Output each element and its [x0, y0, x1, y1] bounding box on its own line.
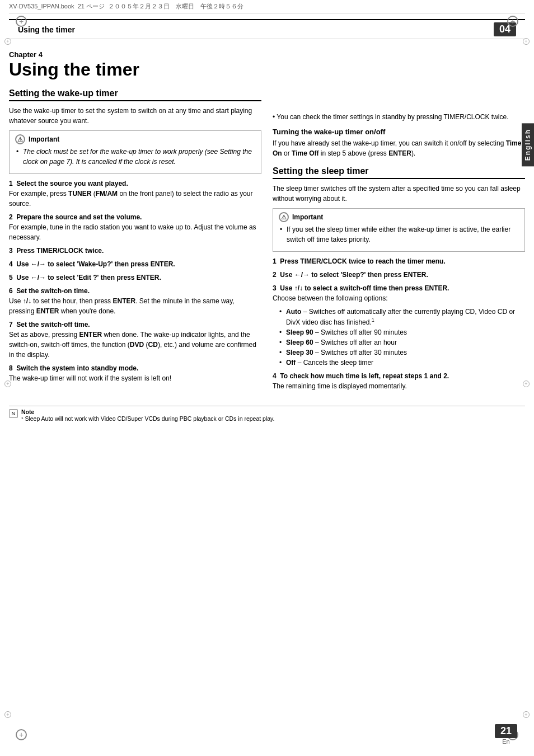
metadata-line: XV-DV535_IPPAN.book 21 ページ ２００５年２月２３日 水曜… — [9, 2, 525, 13]
left-column: Chapter 4 Using the timer Setting the wa… — [9, 45, 261, 395]
wake-up-important-title: ⚠ Important — [15, 134, 255, 144]
note-text: Note ¹ Sleep Auto will not work with Vid… — [21, 408, 274, 422]
content-area: Chapter 4 Using the timer Setting the wa… — [0, 39, 534, 400]
sleep-option-90: Sleep 90 – Switches off after 90 minutes — [278, 327, 525, 337]
wake-up-step-8: 8 Switch the system into standby mode. T… — [9, 363, 261, 383]
note-icon: N — [9, 409, 18, 418]
sleep-important-box: ⚠ Important If you set the sleep timer w… — [273, 208, 525, 252]
right-column: • You can check the timer settings in st… — [273, 45, 525, 395]
sleep-option-30: Sleep 30 – Switches off after 30 minutes — [278, 348, 525, 358]
wake-up-section-heading: Setting the wake-up timer — [9, 88, 261, 101]
wake-up-important-list: The clock must be set for the wake-up ti… — [15, 147, 255, 167]
language-tab: English — [522, 123, 534, 166]
inner-corner-tl: + — [4, 38, 11, 45]
page-number-badge: 21 — [495, 724, 517, 738]
wake-up-step-6: 6 Set the switch-on time. Use ↑/↓ to set… — [9, 286, 261, 316]
wake-up-important-item-1: The clock must be set for the wake-up ti… — [15, 147, 255, 167]
sleep-option-off: Off – Cancels the sleep timer — [278, 358, 525, 368]
wake-up-step-1: 1 Select the source you want played. For… — [9, 179, 261, 209]
side-mark-mr: + — [523, 381, 530, 387]
sleep-section-heading: Setting the sleep timer — [273, 166, 525, 179]
inner-corner-tr: + — [523, 38, 530, 45]
warning-icon-sleep: ⚠ — [279, 212, 289, 222]
timer-check-text: • You can check the timer settings in st… — [273, 112, 525, 122]
note-box: N Note ¹ Sleep Auto will not work with V… — [9, 406, 525, 424]
sleep-options-list: Auto – Switches off automatically after … — [278, 307, 525, 368]
corner-mark-tl — [16, 16, 27, 27]
inner-corner-bl: + — [4, 711, 11, 718]
wake-up-step-3: 3 Press TIMER/CLOCK twice. — [9, 246, 261, 256]
chapter-title: Using the timer — [9, 60, 261, 79]
wake-up-step-4: 4 Use ←/→ to select 'Wake-Up?' then pres… — [9, 259, 261, 269]
wake-up-step-5: 5 Use ←/→ to select 'Edit ?' then press … — [9, 273, 261, 283]
sleep-option-auto: Auto – Switches off automatically after … — [278, 307, 525, 327]
sleep-step-2: 2 Use ←/→ to select 'Sleep?' then press … — [273, 270, 525, 280]
sleep-important-title: ⚠ Important — [279, 212, 519, 222]
wake-up-intro: Use the wake-up timer to set the system … — [9, 106, 261, 126]
side-mark-ml: + — [4, 381, 11, 387]
inner-corner-br: + — [523, 711, 530, 718]
corner-mark-tr — [507, 16, 518, 27]
sleep-step-4: 4 To check how much time is left, repeat… — [273, 371, 525, 391]
sleep-option-60: Sleep 60 – Switches off after an hour — [278, 337, 525, 348]
page-number-area: 21 En — [495, 724, 517, 745]
sleep-important-list: If you set the sleep timer while either … — [279, 224, 519, 245]
header-bar: Using the timer 04 — [9, 19, 525, 39]
wake-up-step-2: 2 Prepare the source and set the volume.… — [9, 212, 261, 242]
wake-up-step-7: 7 Set the switch-off time. Set as above,… — [9, 320, 261, 360]
chapter-label: Chapter 4 — [9, 50, 261, 59]
wake-up-important-box: ⚠ Important The clock must be set for th… — [9, 130, 261, 174]
sleep-important-item-1: If you set the sleep timer while either … — [279, 224, 519, 245]
turning-on-off-text: If you have already set the wake-up time… — [273, 138, 525, 158]
corner-mark-bl — [16, 729, 27, 740]
turning-on-off-heading: Turning the wake-up timer on/off — [273, 128, 525, 136]
sleep-step-1: 1 Press TIMER/CLOCK twice to reach the t… — [273, 256, 525, 266]
page-lang: En — [502, 738, 509, 745]
header-title: Using the timer — [18, 25, 75, 34]
sleep-intro: The sleep timer switches off the system … — [273, 184, 525, 204]
sleep-step-3: 3 Use ↑/↓ to select a switch-off time th… — [273, 283, 525, 303]
warning-icon-wakeup: ⚠ — [15, 134, 25, 144]
